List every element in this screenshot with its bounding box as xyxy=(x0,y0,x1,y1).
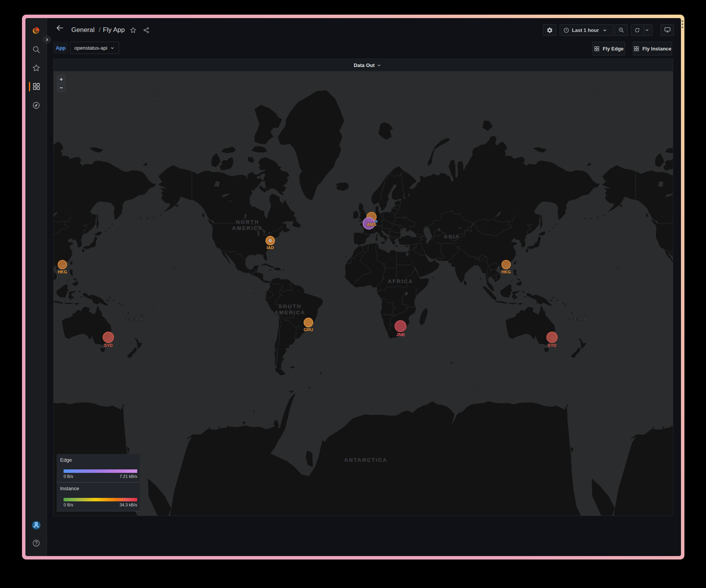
svg-text:JNB: JNB xyxy=(396,332,405,337)
svg-text:OCEAN: OCEAN xyxy=(121,316,145,322)
svg-text:Arctic: Arctic xyxy=(143,90,161,95)
svg-text:HKG: HKG xyxy=(58,270,67,274)
svg-text:OCEAN: OCEAN xyxy=(565,316,588,322)
svg-text:SYD: SYD xyxy=(104,343,113,348)
svg-text:Ocean: Ocean xyxy=(444,305,462,311)
svg-text:Ocean: Ocean xyxy=(468,385,486,391)
svg-text:Ocean: Ocean xyxy=(587,95,605,101)
svg-text:HKG: HKG xyxy=(501,270,511,274)
svg-text:IAD: IAD xyxy=(267,245,274,250)
svg-text:Indian: Indian xyxy=(444,299,462,305)
svg-text:NORTH: NORTH xyxy=(236,219,259,225)
svg-text:Southern: Southern xyxy=(464,380,490,385)
svg-text:GRU: GRU xyxy=(304,327,313,332)
svg-text:AMS: AMS xyxy=(367,222,376,227)
svg-text:Ocean: Ocean xyxy=(143,95,161,101)
svg-text:AMERICA: AMERICA xyxy=(274,310,306,315)
svg-text:AFRICA: AFRICA xyxy=(388,278,414,284)
svg-text:Arctic: Arctic xyxy=(587,90,605,95)
svg-text:ANTARCTICA: ANTARCTICA xyxy=(344,457,388,463)
svg-text:SYD: SYD xyxy=(548,343,556,348)
svg-text:SOUTH: SOUTH xyxy=(279,303,302,309)
svg-text:AMERICA: AMERICA xyxy=(232,225,263,231)
svg-text:ASIA: ASIA xyxy=(444,234,460,240)
